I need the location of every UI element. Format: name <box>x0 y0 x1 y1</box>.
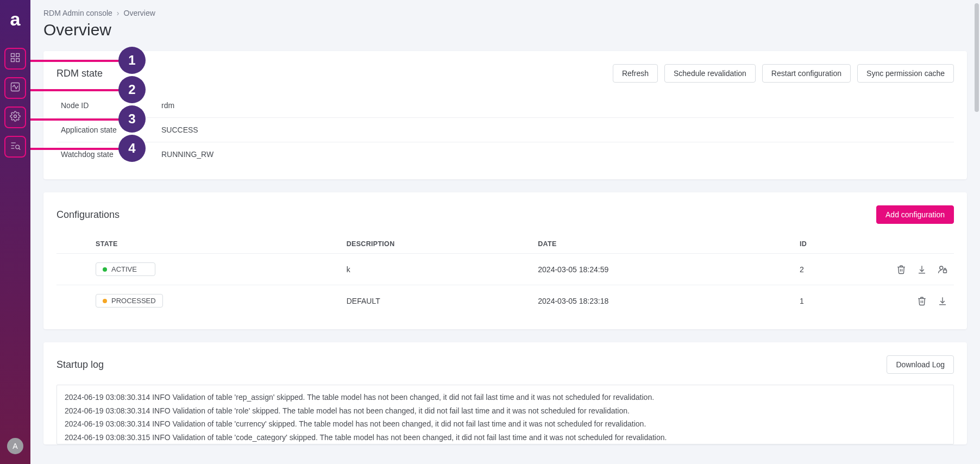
status-dot-icon <box>103 299 107 303</box>
configurations-card: Configurations Add configuration STATE D… <box>43 192 967 329</box>
state-pill: PROCESSED <box>96 294 163 308</box>
state-value: SUCCESS <box>161 126 198 134</box>
state-label: Node ID <box>61 101 161 110</box>
col-id: ID <box>793 235 856 254</box>
state-row-application-state: Application state SUCCESS <box>56 118 954 142</box>
log-line: 2024-06-19 03:08:30.314 INFO Validation … <box>65 417 946 431</box>
svg-line-10 <box>19 148 21 150</box>
download-icon[interactable] <box>917 265 927 274</box>
annotation-badge-3: 3 <box>118 105 146 133</box>
restart-configuration-button[interactable]: Restart configuration <box>762 64 851 83</box>
configurations-title: Configurations <box>56 209 120 221</box>
sync-permission-cache-button[interactable]: Sync permission cache <box>857 64 954 83</box>
configurations-table: STATE DESCRIPTION DATE ID ACTIVEk2024-03… <box>56 235 954 316</box>
cell-date: 2024-03-05 18:24:59 <box>531 254 793 285</box>
cell-date: 2024-03-05 18:23:18 <box>531 285 793 317</box>
annotation-line-1 <box>26 60 123 62</box>
dashboard-icon <box>10 52 21 65</box>
add-configuration-button[interactable]: Add configuration <box>876 205 954 224</box>
gear-icon <box>10 111 21 124</box>
state-value: RUNNING_RW <box>161 150 213 159</box>
annotation-line-3 <box>26 118 123 121</box>
svg-rect-3 <box>16 59 20 62</box>
table-row: PROCESSEDDEFAULT2024-03-05 18:23:181 <box>56 285 954 317</box>
state-row-node-id: Node ID rdm <box>56 93 954 118</box>
rdm-state-card: RDM state Refresh Schedule revalidation … <box>43 51 967 179</box>
svg-rect-13 <box>944 269 947 272</box>
annotation-badge-2: 2 <box>118 76 146 103</box>
sidebar: a A <box>0 0 30 464</box>
svg-rect-0 <box>11 54 15 57</box>
rdm-state-actions: Refresh Schedule revalidation Restart co… <box>613 64 954 83</box>
main-content: RDM Admin console › Overview Overview RD… <box>30 0 980 464</box>
annotation-badge-1: 1 <box>118 47 146 74</box>
state-label: Watchdog state <box>61 150 161 159</box>
state-row-watchdog-state: Watchdog state RUNNING_RW <box>56 142 954 166</box>
activity-icon <box>10 81 21 95</box>
page-title: Overview <box>43 21 967 39</box>
brand-logo: a <box>10 10 21 28</box>
user-lock-icon[interactable] <box>938 265 947 274</box>
status-dot-icon <box>103 267 107 272</box>
svg-rect-1 <box>16 54 20 57</box>
download-icon[interactable] <box>938 296 947 306</box>
table-row: ACTIVEk2024-03-05 18:24:592 <box>56 254 954 285</box>
sidebar-item-settings[interactable] <box>4 106 26 128</box>
startup-log-card: Startup log Download Log 2024-06-19 03:0… <box>43 342 967 444</box>
svg-point-12 <box>940 266 943 269</box>
sidebar-item-dashboard[interactable] <box>4 48 26 70</box>
state-label: Application state <box>61 126 161 134</box>
row-actions <box>863 265 947 274</box>
state-pill-label: ACTIVE <box>111 265 137 273</box>
chevron-right-icon: › <box>117 9 120 17</box>
startup-log-title: Startup log <box>56 359 104 371</box>
delete-icon[interactable] <box>917 296 927 306</box>
sidebar-item-search-data[interactable] <box>4 136 26 158</box>
annotation-badge-4: 4 <box>118 135 146 162</box>
col-state: STATE <box>89 235 340 254</box>
cell-id: 2 <box>793 254 856 285</box>
rdm-state-title: RDM state <box>56 68 103 79</box>
cell-description: k <box>340 254 532 285</box>
sidebar-item-activity[interactable] <box>4 77 26 99</box>
log-line: 2024-06-19 03:08:30.315 INFO Validation … <box>65 431 946 444</box>
scrollbar[interactable] <box>975 3 979 112</box>
state-pill-label: PROCESSED <box>111 297 156 305</box>
delete-icon[interactable] <box>896 265 906 274</box>
breadcrumb: RDM Admin console › Overview <box>43 9 967 17</box>
log-line: 2024-06-19 03:08:30.314 INFO Validation … <box>65 404 946 418</box>
refresh-button[interactable]: Refresh <box>613 64 658 83</box>
download-log-button[interactable]: Download Log <box>887 355 954 374</box>
search-data-icon <box>10 140 21 153</box>
schedule-revalidation-button[interactable]: Schedule revalidation <box>664 64 756 83</box>
svg-rect-2 <box>11 59 15 62</box>
avatar[interactable]: A <box>7 438 23 454</box>
row-actions <box>863 296 947 306</box>
log-line: 2024-06-19 03:08:30.314 INFO Validation … <box>65 391 946 404</box>
annotation-line-4 <box>26 148 123 150</box>
svg-point-9 <box>16 145 20 149</box>
startup-log-content: 2024-06-19 03:08:30.314 INFO Validation … <box>56 385 954 444</box>
col-description: DESCRIPTION <box>340 235 532 254</box>
col-date: DATE <box>531 235 793 254</box>
cell-id: 1 <box>793 285 856 317</box>
breadcrumb-root[interactable]: RDM Admin console <box>43 9 112 17</box>
state-pill: ACTIVE <box>96 262 155 276</box>
annotation-line-2 <box>26 89 123 91</box>
cell-description: DEFAULT <box>340 285 532 317</box>
state-value: rdm <box>161 101 174 110</box>
svg-point-5 <box>14 115 17 118</box>
breadcrumb-current: Overview <box>124 9 155 17</box>
